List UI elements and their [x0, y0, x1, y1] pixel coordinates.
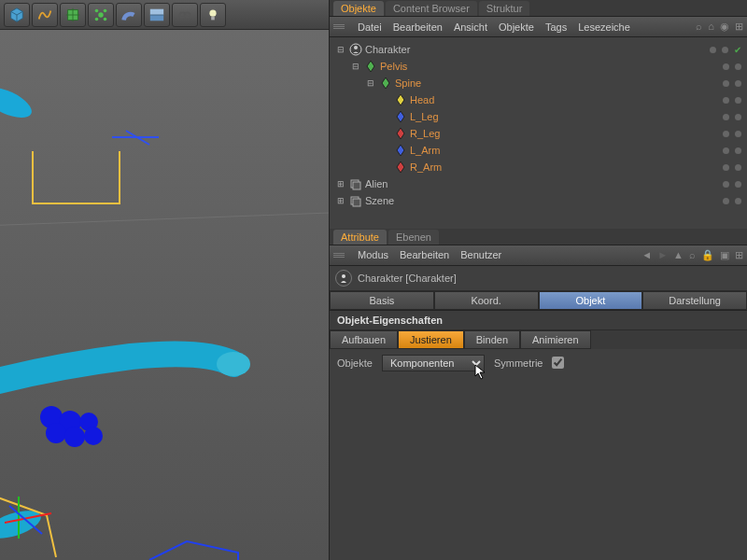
- nav-up-icon[interactable]: ▲: [673, 249, 684, 261]
- viewport-3d[interactable]: [0, 30, 329, 560]
- home-icon[interactable]: ⌂: [708, 21, 714, 33]
- menu-bookmarks[interactable]: Lesezeiche: [578, 21, 630, 33]
- attribute-menubar: Modus Bearbeiten Benutzer ◄ ► ▲ ⌕ 🔒 ▣ ⊞: [330, 245, 747, 266]
- tab-display[interactable]: Darstellung: [642, 291, 747, 310]
- svg-rect-12: [150, 15, 163, 21]
- svg-marker-39: [397, 94, 404, 105]
- attribute-body: [330, 377, 747, 561]
- expander-icon[interactable]: ⊞: [335, 196, 346, 205]
- tool-curve[interactable]: [32, 3, 58, 27]
- svg-point-30: [84, 427, 103, 445]
- visibility-dot[interactable]: [723, 114, 729, 120]
- svg-marker-43: [397, 161, 404, 173]
- tab-coord[interactable]: Koord.: [434, 291, 539, 310]
- render-dot[interactable]: [735, 97, 741, 104]
- menu-view[interactable]: Ansicht: [454, 21, 487, 33]
- hierarchy-row-charakter[interactable]: ⊟Charakter✔: [330, 41, 747, 58]
- visibility-dot[interactable]: [723, 97, 729, 104]
- render-dot[interactable]: [735, 181, 741, 188]
- tab-structure[interactable]: Struktur: [479, 1, 530, 16]
- menu-mode[interactable]: Modus: [358, 249, 388, 260]
- expander-icon[interactable]: ⊟: [335, 45, 346, 54]
- render-dot[interactable]: [735, 131, 741, 137]
- nav-back-icon[interactable]: ◄: [641, 249, 652, 261]
- object-hierarchy[interactable]: ⊟Charakter✔⊟Pelvis⊟SpineHeadL_LegR_LegL_…: [330, 37, 747, 229]
- render-dot[interactable]: [735, 114, 741, 120]
- render-dot[interactable]: [722, 47, 728, 53]
- tab-basis[interactable]: Basis: [330, 291, 434, 310]
- tab-layers[interactable]: Ebenen: [388, 230, 439, 245]
- expander-icon[interactable]: ⊞: [335, 179, 346, 189]
- object-label: R_Leg: [410, 128, 723, 139]
- visibility-dot[interactable]: [723, 147, 729, 154]
- tool-sweep[interactable]: [116, 3, 142, 27]
- tab-content-browser[interactable]: Content Browser: [386, 1, 477, 16]
- expander-icon[interactable]: ⊟: [350, 62, 361, 71]
- svg-point-11: [104, 17, 107, 21]
- visibility-dot[interactable]: [710, 47, 716, 53]
- btn-build[interactable]: Aufbauen: [330, 330, 398, 349]
- hierarchy-row-spine[interactable]: ⊟Spine: [330, 75, 747, 91]
- objects-dropdown[interactable]: Komponenten: [382, 355, 485, 371]
- tab-objects[interactable]: Objekte: [333, 1, 384, 16]
- hierarchy-row-szene[interactable]: ⊞Szene: [330, 192, 747, 209]
- tab-object[interactable]: Objekt: [539, 291, 643, 310]
- object-icon: [394, 110, 407, 123]
- tool-cube[interactable]: [4, 3, 30, 27]
- menu-attr-edit[interactable]: Bearbeiten: [400, 249, 449, 260]
- tool-deformer[interactable]: [60, 3, 86, 27]
- visibility-dot[interactable]: [723, 80, 729, 87]
- nav-fwd-icon[interactable]: ►: [657, 249, 668, 261]
- render-dot[interactable]: [735, 63, 741, 70]
- tab-attribute[interactable]: Attribute: [333, 230, 387, 245]
- render-dot[interactable]: [735, 80, 741, 87]
- attribute-tabs: Attribute Ebenen: [330, 229, 747, 245]
- search-icon[interactable]: ⌕: [696, 21, 702, 33]
- hierarchy-row-l_leg[interactable]: L_Leg: [330, 108, 747, 125]
- menu-objects[interactable]: Objekte: [499, 21, 534, 33]
- btn-animate[interactable]: Animieren: [520, 330, 591, 349]
- tool-floor[interactable]: [144, 3, 170, 27]
- hierarchy-row-alien[interactable]: ⊞Alien: [330, 175, 747, 192]
- symmetry-checkbox[interactable]: [552, 357, 564, 369]
- hierarchy-row-l_arm[interactable]: L_Arm: [330, 142, 747, 159]
- find-icon[interactable]: ⌕: [689, 249, 696, 261]
- check-icon: ✔: [734, 45, 741, 55]
- visibility-dot[interactable]: [723, 131, 729, 137]
- btn-bind[interactable]: Binden: [464, 330, 520, 349]
- visibility-dot[interactable]: [723, 63, 729, 70]
- menu-edit[interactable]: Bearbeiten: [393, 21, 443, 33]
- menu-tags[interactable]: Tags: [545, 21, 567, 33]
- hierarchy-row-pelvis[interactable]: ⊟Pelvis: [330, 58, 747, 75]
- expand-icon[interactable]: ⊞: [735, 21, 743, 33]
- tool-camera[interactable]: [172, 3, 198, 27]
- object-label: L_Arm: [410, 145, 723, 156]
- object-icon: [349, 43, 362, 56]
- menu-file[interactable]: Datei: [358, 21, 382, 33]
- lock-icon[interactable]: 🔒: [701, 249, 714, 261]
- hierarchy-row-r_leg[interactable]: R_Leg: [330, 125, 747, 142]
- phase-buttons: Aufbauen Justieren Binden Animieren: [330, 330, 747, 349]
- svg-rect-13: [150, 8, 163, 14]
- hierarchy-row-r_arm[interactable]: R_Arm: [330, 159, 747, 175]
- visibility-dot[interactable]: [723, 198, 729, 204]
- menu-user[interactable]: Benutzer: [460, 249, 501, 260]
- tool-light[interactable]: [200, 3, 226, 27]
- expander-icon[interactable]: ⊟: [365, 78, 376, 88]
- btn-adjust[interactable]: Justieren: [398, 330, 464, 349]
- hierarchy-row-head[interactable]: Head: [330, 91, 747, 108]
- svg-marker-37: [367, 61, 374, 72]
- object-label: R_Arm: [410, 161, 723, 173]
- render-dot[interactable]: [735, 164, 741, 171]
- svg-point-8: [95, 8, 99, 12]
- render-dot[interactable]: [735, 198, 741, 204]
- tool-generator[interactable]: [88, 3, 114, 27]
- visibility-dot[interactable]: [723, 164, 729, 171]
- visibility-dot[interactable]: [723, 181, 729, 188]
- new-icon[interactable]: ▣: [720, 249, 729, 261]
- property-row: Objekte Komponenten Symmetrie: [330, 349, 747, 377]
- eye-icon[interactable]: ◉: [720, 21, 729, 33]
- render-dot[interactable]: [735, 147, 741, 154]
- maximize-icon[interactable]: ⊞: [735, 249, 743, 261]
- svg-marker-38: [382, 77, 389, 89]
